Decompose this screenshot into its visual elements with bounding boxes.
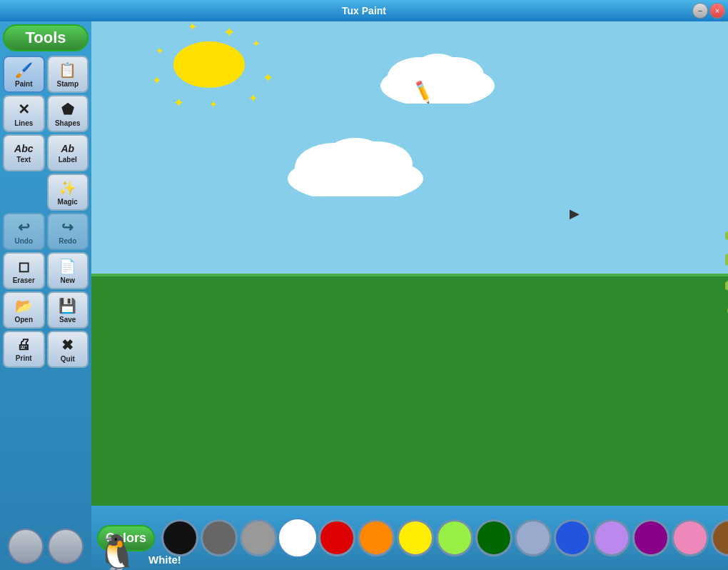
tool-new-label: New xyxy=(60,276,75,284)
bottom-circle-1 xyxy=(8,529,44,564)
color-yellow[interactable] xyxy=(397,519,434,556)
tool-grid: 🖌️ Paint 📋 Stamp ✕ Lines ⬟ Shapes Abc Te… xyxy=(3,56,89,368)
color-lavender[interactable] xyxy=(593,519,630,556)
tool-open-label: Open xyxy=(14,316,33,324)
color-green[interactable] xyxy=(475,519,512,556)
minimize-button[interactable]: − xyxy=(692,3,708,19)
bottom-circle-2 xyxy=(48,529,84,564)
eraser-icon: ◻ xyxy=(18,258,30,275)
print-icon: 🖨 xyxy=(16,336,31,353)
mouse-cursor: ▶ xyxy=(570,206,580,221)
tool-undo[interactable]: ↩ Undo xyxy=(3,213,45,250)
tool-text[interactable]: Abc Text xyxy=(3,134,45,171)
save-icon: 💾 xyxy=(59,297,76,314)
color-light-green[interactable] xyxy=(436,519,473,556)
shapes-icon: ⬟ xyxy=(61,101,74,118)
color-gray[interactable] xyxy=(240,519,277,556)
colors-bar: Colors xyxy=(91,506,728,570)
lines-icon: ✕ xyxy=(18,101,30,118)
tool-magic[interactable]: ✨ Magic xyxy=(47,174,89,211)
cloud-1-svg xyxy=(377,50,498,104)
redo-icon: ↪ xyxy=(61,219,74,236)
sparkle-2: ✦ xyxy=(223,24,236,41)
open-icon: 📂 xyxy=(15,297,33,314)
label-icon: Ab xyxy=(61,143,74,154)
text-icon: Abc xyxy=(14,143,33,154)
tool-magic-label: Magic xyxy=(58,198,78,206)
tool-label[interactable]: Ab Label xyxy=(47,134,89,171)
color-white[interactable] xyxy=(279,519,316,556)
tool-undo-label: Undo xyxy=(14,237,33,245)
color-blue[interactable] xyxy=(554,519,591,556)
undo-icon: ↩ xyxy=(18,219,30,236)
paint-icon: 🖌️ xyxy=(15,61,33,79)
close-button[interactable]: × xyxy=(709,3,725,19)
tool-label-label: Label xyxy=(59,156,77,164)
svg-point-7 xyxy=(323,138,388,181)
tool-redo-label: Redo xyxy=(59,237,76,245)
tool-shapes-label: Shapes xyxy=(55,119,81,127)
tool-text-label: Text xyxy=(16,156,31,164)
sparkle-3: ✦ xyxy=(252,38,261,49)
tux-mascot: 🐧 xyxy=(96,536,138,570)
tool-save[interactable]: 💾 Save xyxy=(47,291,89,329)
sparkle-4: ✦ xyxy=(263,70,273,86)
cloud-2 xyxy=(284,132,427,199)
grass xyxy=(91,274,728,506)
tree-foliage xyxy=(725,64,728,374)
tool-print[interactable]: 🖨 Print xyxy=(3,331,45,368)
scene[interactable]: ✦ ✦ ✦ ✦ ✦ ✦ ✦ ✦ ✦ xyxy=(91,21,728,506)
tree-svg xyxy=(725,64,728,371)
new-icon: 📄 xyxy=(59,258,76,275)
tool-stamp-label: Stamp xyxy=(56,80,79,88)
color-orange[interactable] xyxy=(358,519,395,556)
window-title: Tux Paint xyxy=(342,5,386,16)
cloud-1 xyxy=(377,50,498,106)
tool-quit[interactable]: ✖ Quit xyxy=(47,331,89,368)
tool-eraser-label: Eraser xyxy=(13,276,35,284)
sparkle-7: ✦ xyxy=(173,95,184,111)
sun xyxy=(173,41,245,88)
current-color-label: White! xyxy=(148,554,181,566)
tool-quit-label: Quit xyxy=(61,355,75,363)
canvas-area: ✦ ✦ ✦ ✦ ✦ ✦ ✦ ✦ ✦ xyxy=(91,21,728,570)
tool-eraser[interactable]: ◻ Eraser xyxy=(3,252,45,289)
color-pink[interactable] xyxy=(672,519,709,556)
tools-header: Tools xyxy=(3,24,89,51)
tool-shapes[interactable]: ⬟ Shapes xyxy=(47,95,89,132)
color-blue-gray[interactable] xyxy=(515,519,552,556)
sparkle-5: ✦ xyxy=(248,91,258,105)
sparkle-6: ✦ xyxy=(209,99,218,110)
tool-save-label: Save xyxy=(59,316,76,324)
tool-stamp[interactable]: 📋 Stamp xyxy=(47,56,89,93)
tool-open[interactable]: 📂 Open xyxy=(3,291,45,329)
left-toolbar: Tools 🖌️ Paint 📋 Stamp ✕ Lines ⬟ Shapes xyxy=(0,21,91,570)
tool-paint-label: Paint xyxy=(15,80,32,88)
tool-paint[interactable]: 🖌️ Paint xyxy=(3,56,45,93)
color-brown[interactable] xyxy=(711,519,728,556)
main-layout: Tools 🖌️ Paint 📋 Stamp ✕ Lines ⬟ Shapes xyxy=(0,21,728,570)
tool-lines[interactable]: ✕ Lines xyxy=(3,95,45,132)
magic-icon: ✨ xyxy=(59,179,76,196)
drawing-canvas[interactable]: ✦ ✦ ✦ ✦ ✦ ✦ ✦ ✦ ✦ xyxy=(91,21,728,506)
color-purple[interactable] xyxy=(632,519,669,556)
titlebar: Tux Paint − × xyxy=(0,0,728,21)
tool-lines-label: Lines xyxy=(14,119,33,127)
tool-redo[interactable]: ↪ Redo xyxy=(47,213,89,250)
quit-icon: ✖ xyxy=(61,336,74,354)
color-red[interactable] xyxy=(318,519,355,556)
tool-print-label: Print xyxy=(16,354,32,362)
color-dark-gray[interactable] xyxy=(201,519,238,556)
window-controls: − × xyxy=(692,3,725,19)
sparkle-8: ✦ xyxy=(152,74,161,87)
sparkle-1: ✦ xyxy=(188,21,197,34)
stamp-icon: 📋 xyxy=(59,61,76,79)
tool-new[interactable]: 📄 New xyxy=(47,252,89,289)
sparkle-9: ✦ xyxy=(156,45,164,56)
color-black[interactable] xyxy=(161,519,198,556)
cloud-2-svg xyxy=(284,132,427,196)
